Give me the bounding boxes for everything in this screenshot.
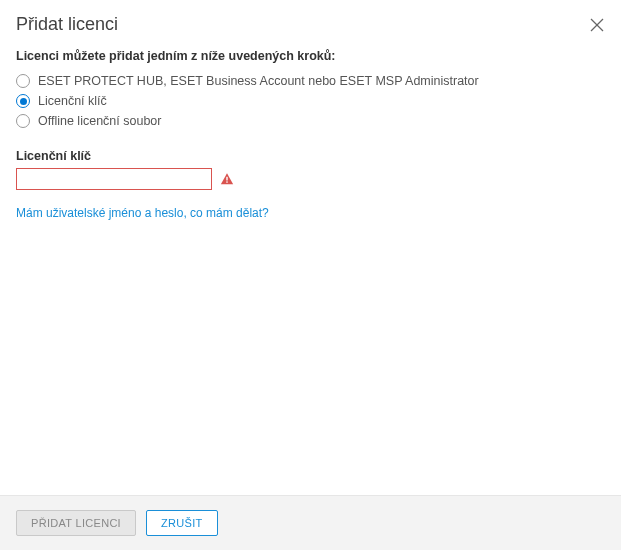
help-link[interactable]: Mám uživatelské jméno a heslo, co mám dě… xyxy=(16,206,269,220)
radio-icon xyxy=(16,114,30,128)
close-button[interactable] xyxy=(589,17,605,33)
warning-icon xyxy=(220,172,234,186)
option-license-key[interactable]: Licenční klíč xyxy=(16,91,605,111)
license-key-row xyxy=(16,168,605,190)
svg-rect-3 xyxy=(226,181,227,182)
dialog-body: Licenci můžete přidat jedním z níže uved… xyxy=(0,45,621,495)
cancel-button[interactable]: ZRUŠIT xyxy=(146,510,218,536)
intro-text: Licenci můžete přidat jedním z níže uved… xyxy=(16,49,605,63)
license-key-input[interactable] xyxy=(16,168,212,190)
dialog-footer: PŘIDAT LICENCI ZRUŠIT xyxy=(0,495,621,550)
add-license-button[interactable]: PŘIDAT LICENCI xyxy=(16,510,136,536)
dialog-header: Přidat licenci xyxy=(0,0,621,45)
close-icon xyxy=(589,17,605,33)
add-license-dialog: Přidat licenci Licenci můžete přidat jed… xyxy=(0,0,621,550)
dialog-title: Přidat licenci xyxy=(16,14,118,35)
option-offline-file[interactable]: Offline licenční soubor xyxy=(16,111,605,131)
option-label: Offline licenční soubor xyxy=(38,114,161,128)
option-label: Licenční klíč xyxy=(38,94,107,108)
option-label: ESET PROTECT HUB, ESET Business Account … xyxy=(38,74,479,88)
license-key-field-block: Licenční klíč xyxy=(16,149,605,190)
radio-icon xyxy=(16,94,30,108)
option-hub-account[interactable]: ESET PROTECT HUB, ESET Business Account … xyxy=(16,71,605,91)
svg-rect-2 xyxy=(226,177,227,181)
radio-icon xyxy=(16,74,30,88)
license-method-group: ESET PROTECT HUB, ESET Business Account … xyxy=(16,71,605,131)
license-key-label: Licenční klíč xyxy=(16,149,605,163)
